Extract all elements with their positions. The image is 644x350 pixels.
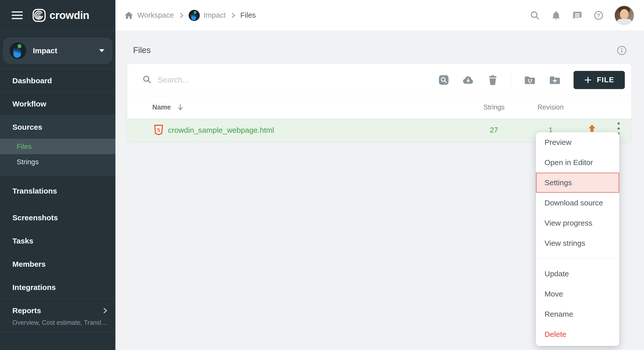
chevron-right-icon bbox=[102, 307, 108, 314]
sidebar-item-sources[interactable]: Sources bbox=[0, 116, 115, 139]
add-file-button-label: FILE bbox=[597, 76, 614, 84]
home-icon[interactable] bbox=[124, 11, 133, 20]
menu-item-download-source[interactable]: Download source bbox=[536, 193, 619, 213]
sidebar-item-strings[interactable]: Strings bbox=[0, 154, 115, 170]
menu-item-open-in-editor[interactable]: Open in Editor bbox=[536, 152, 619, 173]
sidebar-item-integrations[interactable]: Integrations bbox=[0, 276, 115, 299]
table-header: Name Strings Revision bbox=[127, 96, 631, 118]
toolbar-divider bbox=[511, 71, 511, 89]
menu-item-preview[interactable]: Preview bbox=[536, 132, 619, 152]
branch-folder-icon[interactable] bbox=[524, 74, 536, 86]
sidebar-item-translations[interactable]: Translations bbox=[0, 176, 115, 206]
hamburger-menu-icon[interactable] bbox=[12, 11, 23, 19]
sidebar-item-dashboard[interactable]: Dashboard bbox=[0, 69, 115, 92]
html5-file-icon: 5 bbox=[154, 124, 163, 137]
file-strings-count: 27 bbox=[474, 118, 514, 142]
sort-descending-icon[interactable] bbox=[177, 104, 184, 111]
menu-item-view-strings[interactable]: View strings bbox=[536, 233, 619, 253]
notifications-bell-icon[interactable] bbox=[551, 10, 561, 20]
plus-icon bbox=[584, 76, 592, 84]
files-card: FILE Name Strings Revision 5 crowdin_sam… bbox=[127, 64, 631, 142]
file-context-menu: Preview Open in Editor Settings Download… bbox=[536, 132, 619, 346]
column-header-name[interactable]: Name bbox=[152, 103, 171, 111]
menu-item-settings[interactable]: Settings bbox=[536, 173, 619, 193]
search-icon[interactable] bbox=[530, 10, 540, 20]
menu-item-delete[interactable]: Delete bbox=[536, 324, 619, 344]
breadcrumb-project-icon bbox=[189, 10, 200, 21]
sidebar-item-reports[interactable]: Reports Overview, Cost estimate, Transl… bbox=[0, 299, 115, 332]
search-input[interactable] bbox=[158, 75, 438, 85]
search-field-icon bbox=[142, 75, 152, 85]
reports-subtitle: Overview, Cost estimate, Transl… bbox=[0, 319, 115, 326]
file-name[interactable]: crowdin_sample_webpage.html bbox=[168, 118, 274, 142]
crowdin-logo[interactable]: crowdin bbox=[32, 9, 89, 22]
download-cloud-icon[interactable] bbox=[462, 74, 475, 86]
project-avatar bbox=[10, 42, 26, 59]
topbar: Workspace Impact Files ? bbox=[115, 0, 644, 31]
sidebar-nav: Dashboard Workflow Sources Files Strings… bbox=[0, 69, 115, 332]
sidebar-item-tasks[interactable]: Tasks bbox=[0, 229, 115, 253]
delete-trash-icon[interactable] bbox=[487, 74, 499, 86]
add-folder-icon[interactable] bbox=[549, 74, 561, 86]
page-title: Files bbox=[133, 45, 151, 55]
user-avatar[interactable] bbox=[615, 6, 634, 25]
chevron-down-icon bbox=[99, 49, 104, 52]
column-header-revision[interactable]: Revision bbox=[530, 96, 571, 118]
topbar-actions: ? bbox=[530, 6, 634, 25]
sidebar: crowdin Impact Dashboard Workflow Source… bbox=[0, 0, 115, 350]
project-selector[interactable]: Impact bbox=[3, 38, 112, 64]
preview-zoom-icon[interactable] bbox=[438, 74, 450, 86]
crowdin-logo-text: crowdin bbox=[49, 9, 89, 21]
breadcrumb-project[interactable]: Impact bbox=[204, 11, 226, 19]
sidebar-item-members[interactable]: Members bbox=[0, 253, 115, 276]
menu-item-update[interactable]: Update bbox=[536, 264, 619, 284]
menu-item-view-progress[interactable]: View progress bbox=[536, 213, 619, 233]
sidebar-item-workflow[interactable]: Workflow bbox=[0, 92, 115, 115]
breadcrumb-current-files: Files bbox=[240, 11, 256, 19]
files-toolbar: FILE bbox=[127, 64, 631, 96]
page-header: Files bbox=[115, 31, 644, 56]
crowdin-logo-icon bbox=[32, 9, 46, 22]
breadcrumb-workspace[interactable]: Workspace bbox=[137, 11, 174, 19]
menu-item-move[interactable]: Move bbox=[536, 284, 619, 304]
help-icon[interactable]: ? bbox=[593, 10, 604, 20]
breadcrumb-separator-icon bbox=[230, 12, 236, 18]
sidebar-item-files[interactable]: Files bbox=[0, 139, 115, 154]
toolbar-actions: FILE bbox=[438, 71, 625, 89]
sidebar-item-screenshots[interactable]: Screenshots bbox=[0, 206, 115, 229]
sidebar-header: crowdin bbox=[0, 0, 115, 31]
sidebar-section-sources: Sources Files Strings bbox=[0, 115, 115, 176]
menu-item-rename[interactable]: Rename bbox=[536, 304, 619, 324]
menu-divider bbox=[536, 258, 619, 259]
messages-chat-icon[interactable] bbox=[572, 10, 582, 20]
svg-text:?: ? bbox=[597, 12, 600, 18]
info-icon[interactable] bbox=[617, 45, 627, 56]
column-header-strings[interactable]: Strings bbox=[474, 96, 514, 118]
svg-text:5: 5 bbox=[157, 127, 160, 133]
breadcrumb-separator-icon bbox=[179, 12, 185, 18]
add-file-button[interactable]: FILE bbox=[574, 71, 625, 89]
project-name: Impact bbox=[33, 46, 99, 55]
